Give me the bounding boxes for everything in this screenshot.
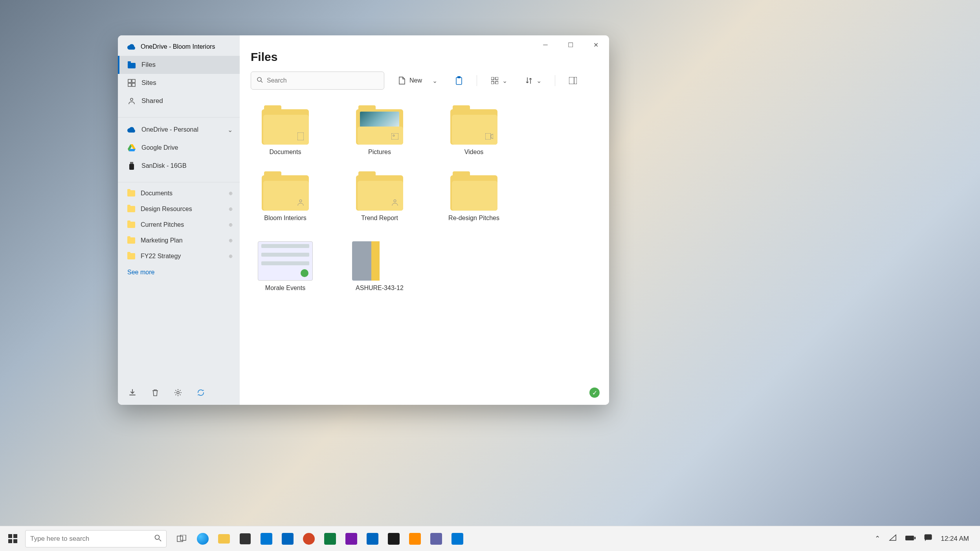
- svg-rect-30: [925, 534, 932, 540]
- taskbar-search[interactable]: [25, 530, 167, 547]
- window-controls: ─ ☐ ✕: [240, 35, 609, 50]
- app-mail[interactable]: [259, 532, 273, 546]
- account-sandisk[interactable]: SanDisk - 16GB: [118, 157, 240, 175]
- app-generic-1[interactable]: [387, 532, 401, 546]
- tray-action-center-icon[interactable]: [924, 534, 932, 543]
- app-powerpoint[interactable]: [302, 532, 316, 546]
- folder-videos[interactable]: Videos: [442, 109, 505, 156]
- item-label: Trend Report: [361, 215, 398, 222]
- quick-marketing-plan[interactable]: Marketing Plan ⊕: [118, 233, 240, 248]
- svg-rect-11: [456, 77, 462, 84]
- tray-chevron-icon[interactable]: ⌃: [875, 534, 880, 543]
- minimize-button[interactable]: ─: [540, 39, 551, 50]
- task-view-button[interactable]: [174, 532, 189, 546]
- svg-point-10: [257, 77, 261, 81]
- start-button[interactable]: [3, 529, 22, 548]
- trash-icon[interactable]: [150, 388, 160, 398]
- svg-rect-4: [128, 83, 131, 86]
- details-icon: [569, 76, 577, 85]
- tray-clock[interactable]: 12:24 AM: [941, 535, 969, 543]
- file-explorer-window: OneDrive - Bloom Interiors Files Sites S…: [118, 35, 609, 405]
- pic-badge-icon: [391, 132, 399, 141]
- account-title: OneDrive - Bloom Interiors: [141, 43, 215, 50]
- tray-network-icon[interactable]: [889, 534, 897, 543]
- svg-rect-17: [569, 77, 577, 84]
- svg-rect-20: [391, 133, 398, 140]
- folder-icon: [127, 253, 135, 259]
- chevron-down-icon: ⌄: [432, 77, 437, 84]
- app-generic-3[interactable]: [450, 532, 464, 546]
- sync-icon[interactable]: [196, 388, 206, 398]
- app-explorer[interactable]: [217, 532, 231, 546]
- folder-pictures[interactable]: Pictures: [348, 109, 411, 156]
- image-ashure[interactable]: ASHURE-343-12: [348, 241, 411, 292]
- app-photos[interactable]: [365, 532, 380, 546]
- folder-icon: [127, 206, 135, 212]
- taskbar-search-input[interactable]: [30, 535, 151, 543]
- app-generic-2[interactable]: [408, 532, 422, 546]
- sort-icon: [525, 76, 533, 85]
- file-morale-events[interactable]: Morale Events: [254, 241, 317, 292]
- folder-redesign-pitches[interactable]: Re-design Pitches: [442, 175, 505, 222]
- svg-rect-12: [457, 76, 461, 78]
- folder-documents[interactable]: Documents: [254, 109, 317, 156]
- folder-icon: [127, 237, 135, 244]
- see-more-link[interactable]: See more: [118, 264, 240, 281]
- folder-trend-report[interactable]: Trend Report: [348, 175, 411, 222]
- separator: [555, 75, 555, 86]
- sidebar-account-header[interactable]: OneDrive - Bloom Interiors: [118, 35, 240, 56]
- accounts-section: OneDrive - Personal ⌄ Google Drive SanDi…: [118, 117, 240, 175]
- view-button[interactable]: ⌄: [486, 73, 511, 88]
- app-onenote[interactable]: [344, 532, 358, 546]
- svg-rect-19: [297, 132, 304, 140]
- nav-files[interactable]: Files: [118, 56, 240, 74]
- app-excel[interactable]: [323, 532, 337, 546]
- account-onedrive-personal[interactable]: OneDrive - Personal ⌄: [118, 121, 240, 139]
- app-store[interactable]: [238, 532, 252, 546]
- search-input[interactable]: [267, 77, 378, 84]
- sync-status-icon[interactable]: ✓: [589, 388, 600, 398]
- app-teams[interactable]: [429, 532, 443, 546]
- pin-icon: ⊕: [229, 238, 233, 243]
- quick-documents[interactable]: Documents ⊕: [118, 186, 240, 201]
- paste-button[interactable]: [451, 73, 467, 88]
- share-badge-icon: [296, 198, 305, 207]
- nav-sites[interactable]: Sites: [118, 74, 240, 92]
- folder-bloom-interiors[interactable]: Bloom Interiors: [254, 175, 317, 222]
- shared-icon: [127, 97, 136, 105]
- pin-icon: ⊕: [229, 222, 233, 228]
- taskbar: ⌃ 12:24 AM: [0, 526, 980, 551]
- quick-fy22-strategy[interactable]: FY22 Strategy ⊕: [118, 248, 240, 264]
- quick-design-resources[interactable]: Design Resources ⊕: [118, 201, 240, 217]
- svg-point-21: [393, 135, 395, 136]
- close-button[interactable]: ✕: [590, 39, 601, 50]
- quick-current-pitches[interactable]: Current Pitches ⊕: [118, 217, 240, 233]
- svg-rect-29: [914, 537, 916, 539]
- svg-point-6: [130, 98, 133, 101]
- sort-button[interactable]: ⌄: [521, 73, 545, 88]
- item-label: ASHURE-343-12: [356, 285, 404, 292]
- new-button[interactable]: New ⌄: [394, 73, 441, 88]
- nav-shared[interactable]: Shared: [118, 92, 240, 110]
- app-edge[interactable]: [196, 532, 210, 546]
- app-calendar[interactable]: [281, 532, 295, 546]
- page-title: Files: [240, 50, 609, 68]
- svg-rect-15: [491, 81, 494, 84]
- new-file-icon: [398, 76, 406, 85]
- item-label: Bloom Interiors: [264, 215, 306, 222]
- details-pane-button[interactable]: [565, 73, 581, 88]
- image-thumbnail: [352, 241, 407, 281]
- gear-icon[interactable]: [173, 388, 183, 398]
- quick-label: Design Resources: [141, 206, 192, 213]
- account-label: OneDrive - Personal: [141, 126, 198, 133]
- account-google-drive[interactable]: Google Drive: [118, 139, 240, 157]
- svg-rect-27: [180, 535, 186, 540]
- tray-battery-icon[interactable]: [905, 535, 916, 543]
- new-label: New: [409, 77, 422, 84]
- search-box[interactable]: [251, 72, 384, 90]
- item-label: Videos: [464, 149, 484, 156]
- svg-rect-8: [129, 164, 134, 170]
- maximize-button[interactable]: ☐: [565, 39, 576, 50]
- downloads-icon[interactable]: [127, 388, 138, 398]
- usb-icon: [127, 162, 136, 170]
